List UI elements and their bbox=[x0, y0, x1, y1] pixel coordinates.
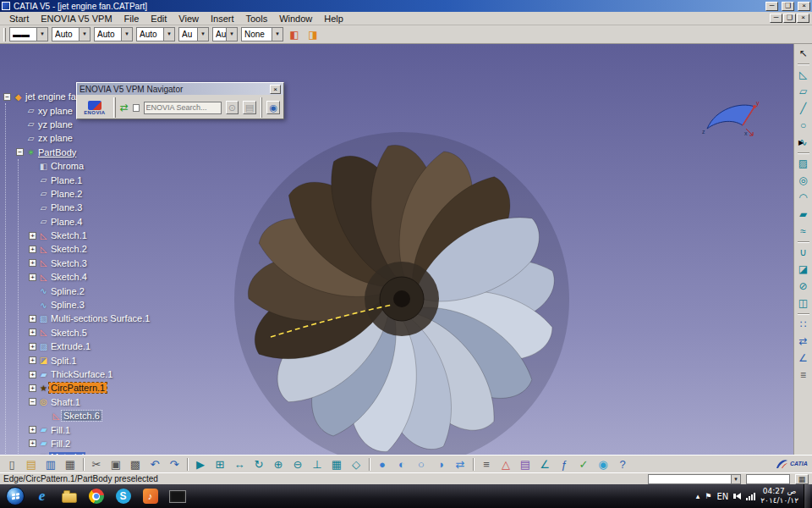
toggle-plus-icon[interactable]: + bbox=[29, 371, 36, 378]
color-combo[interactable]: Auto▼ bbox=[94, 27, 133, 41]
enovia-search-icon[interactable]: ⊙ bbox=[226, 101, 239, 114]
pattern-tool-icon[interactable]: ∷ bbox=[796, 318, 811, 331]
volume-icon[interactable] bbox=[733, 493, 741, 500]
chevron-down-icon[interactable]: ▼ bbox=[731, 475, 740, 483]
shaded-view-icon[interactable]: ● bbox=[376, 458, 389, 471]
rotate-view-icon[interactable]: ↻ bbox=[252, 458, 266, 471]
toolbar-overflow-icon[interactable]: ▶ bbox=[798, 139, 804, 146]
tree-item-split-1[interactable]: +◪Split.1 bbox=[2, 353, 239, 367]
show-desktop-button[interactable] bbox=[804, 484, 810, 508]
tree-item-sketch-2[interactable]: +◺Sketch.2 bbox=[2, 242, 239, 256]
language-indicator[interactable]: EN bbox=[716, 492, 728, 501]
tree-item-sketch-3[interactable]: +◺Sketch.3 bbox=[2, 257, 239, 270]
sweep-tool-icon[interactable]: ◠ bbox=[796, 190, 811, 204]
new-file-icon[interactable]: ▯ bbox=[5, 458, 19, 471]
chevron-down-icon[interactable]: ▼ bbox=[163, 28, 174, 41]
explorer-folder-button[interactable] bbox=[57, 486, 81, 507]
copy-icon[interactable]: ▣ bbox=[109, 458, 123, 471]
tree-item-sketch-5[interactable]: +◺Sketch.5 bbox=[2, 326, 239, 340]
extrude-tool-icon[interactable]: ▨ bbox=[796, 157, 811, 170]
chrome-button[interactable] bbox=[84, 486, 108, 507]
tree-item-circpattern-1[interactable]: +★CircPattern.1 bbox=[2, 381, 239, 395]
sketcher-icon[interactable]: ◺ bbox=[796, 68, 811, 81]
help-icon[interactable]: ? bbox=[616, 458, 629, 471]
tree-item-extrude-1[interactable]: +▨Extrude.1 bbox=[2, 340, 239, 353]
style-combo-2[interactable]: Au▼ bbox=[212, 27, 238, 41]
paste-icon[interactable]: ▩ bbox=[129, 458, 142, 471]
thickness-combo[interactable]: Auto▼ bbox=[52, 27, 91, 41]
chevron-down-icon[interactable]: ▼ bbox=[36, 28, 47, 41]
fly-mode-icon[interactable]: ▶ bbox=[194, 458, 207, 471]
menu-view[interactable]: View bbox=[173, 13, 205, 25]
skype-button[interactable]: S bbox=[111, 486, 135, 507]
tree-item-plane-1[interactable]: ▱Plane.1 bbox=[2, 173, 239, 186]
preselection-combo[interactable]: ▼ bbox=[648, 474, 741, 484]
toggle-plus-icon[interactable]: + bbox=[29, 273, 36, 281]
zoom-in-icon[interactable]: ⊕ bbox=[272, 458, 285, 471]
offset-tool-icon[interactable]: ≈ bbox=[796, 224, 811, 238]
enovia-sync-icon[interactable]: ◉ bbox=[266, 101, 280, 114]
app-window-button[interactable] bbox=[165, 486, 189, 507]
multi-view-icon[interactable]: ▦ bbox=[330, 458, 343, 471]
normal-view-icon[interactable]: ⊥ bbox=[310, 458, 324, 471]
toggle-plus-icon[interactable]: + bbox=[29, 356, 36, 364]
tree-item-zx-plane[interactable]: ▱zx plane bbox=[2, 131, 239, 145]
pan-icon[interactable]: ↔ bbox=[233, 458, 246, 471]
redo-icon[interactable]: ↷ bbox=[167, 458, 181, 471]
save-icon[interactable]: ▥ bbox=[44, 458, 58, 471]
jet-fan-model[interactable] bbox=[222, 119, 582, 455]
minimize-button[interactable]: ─ bbox=[765, 2, 778, 11]
style-combo-1[interactable]: Au▼ bbox=[178, 27, 209, 41]
mirror-tool-icon[interactable]: ⇄ bbox=[796, 334, 811, 348]
render-style-combo[interactable]: None▼ bbox=[241, 27, 283, 41]
tree-item-plane-2[interactable]: ▱Plane.2 bbox=[2, 187, 239, 201]
shaded-edges-icon[interactable]: ◐ bbox=[395, 458, 409, 471]
view-compass[interactable]: y z x bbox=[697, 98, 761, 144]
tree-item-plane-3[interactable]: ▱Plane.3 bbox=[2, 201, 239, 214]
wizard-icon[interactable]: ◨ bbox=[305, 28, 321, 41]
print-icon[interactable]: ▦ bbox=[63, 458, 77, 471]
close-button[interactable]: × bbox=[798, 2, 810, 11]
tree-item-chroma[interactable]: ◧Chroma bbox=[2, 159, 239, 173]
line-type-combo[interactable]: ▬▬▼ bbox=[9, 27, 48, 41]
fit-all-icon[interactable]: ⊞ bbox=[213, 458, 227, 471]
chevron-down-icon[interactable]: ▼ bbox=[79, 28, 90, 41]
fill-tool-icon[interactable]: ▰ bbox=[796, 207, 811, 221]
tree-view-icon[interactable]: ≡ bbox=[480, 458, 493, 471]
menu-help[interactable]: Help bbox=[318, 13, 349, 25]
open-file-icon[interactable]: ▤ bbox=[25, 458, 38, 471]
undo-icon[interactable]: ↶ bbox=[148, 458, 162, 471]
enovia-grip[interactable] bbox=[113, 97, 116, 118]
check-analysis-icon[interactable]: ✓ bbox=[577, 458, 590, 471]
select-pointer-icon[interactable]: ↖ bbox=[796, 47, 811, 60]
menu-tools[interactable]: Tools bbox=[239, 13, 273, 25]
tray-clock[interactable]: 04:27 ص ٢٠١٤/١٠/١٢ bbox=[760, 487, 798, 505]
tree-item-plane-4[interactable]: ▱Plane.4 bbox=[2, 215, 239, 229]
painter-icon[interactable]: ◧ bbox=[287, 28, 302, 41]
iso-view-icon[interactable]: ◇ bbox=[349, 458, 363, 471]
catalog-icon[interactable]: ▤ bbox=[518, 458, 532, 471]
power-input-icon[interactable]: ▦ bbox=[795, 474, 809, 484]
tree-item-sketch-6[interactable]: ◺Sketch.6 bbox=[2, 409, 239, 422]
compass-tool-icon[interactable]: △ bbox=[499, 458, 513, 471]
toggle-minus-icon[interactable]: − bbox=[29, 398, 36, 406]
mdi-close-button[interactable]: × bbox=[797, 14, 809, 23]
toggle-plus-icon[interactable]: + bbox=[29, 343, 36, 351]
enovia-grip-2[interactable] bbox=[261, 97, 263, 118]
network-icon[interactable] bbox=[746, 493, 755, 500]
join-tool-icon[interactable]: ∪ bbox=[796, 246, 811, 259]
revolve-tool-icon[interactable]: ◎ bbox=[796, 174, 811, 187]
menu-enovia-v5-vpm[interactable]: ENOVIA V5 VPM bbox=[35, 13, 118, 25]
circle-tool-icon[interactable]: ○ bbox=[796, 119, 811, 132]
tree-item-shaft-1[interactable]: −◎Shaft.1 bbox=[2, 395, 239, 409]
command-input[interactable] bbox=[746, 474, 790, 484]
tree-item-sketch-4[interactable]: +◺Sketch.4 bbox=[2, 270, 239, 284]
tree-item-multi-sections-surface-1[interactable]: +▧Multi-sections Surface.1 bbox=[2, 312, 239, 325]
toggle-plus-icon[interactable]: + bbox=[29, 426, 36, 433]
tree-item-partbody[interactable]: −∗PartBody bbox=[2, 146, 239, 159]
enovia-connect-icon[interactable]: ⇄ bbox=[120, 102, 129, 113]
split-tool-icon[interactable]: ◪ bbox=[796, 262, 811, 276]
toggle-minus-icon[interactable]: − bbox=[3, 93, 11, 101]
toggle-plus-icon[interactable]: + bbox=[29, 329, 36, 336]
plane-tool-icon[interactable]: ▱ bbox=[796, 85, 811, 98]
